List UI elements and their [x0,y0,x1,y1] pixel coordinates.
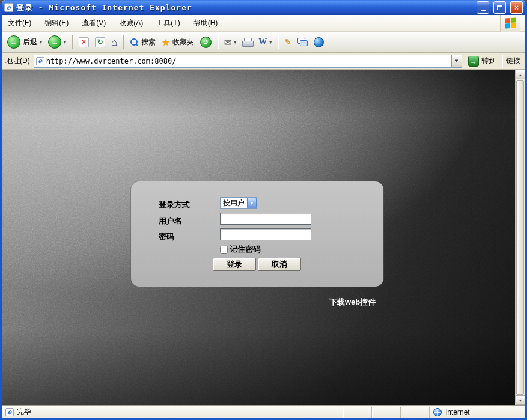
edit-button[interactable]: ✎ [282,37,294,47]
address-separator [502,55,502,68]
status-pane-main: e 完毕 [3,407,343,417]
address-dropdown-button[interactable]: ▼ [451,55,462,67]
title-bar: e 登录 - Microsoft Internet Explorer × [2,0,525,15]
menu-item-edit[interactable]: 编辑(E) [43,17,70,29]
address-bar: 地址(D) e http://www.dvrcenter.com:8080/ ▼… [2,53,525,70]
login-button[interactable]: 登录 [213,258,256,271]
toolbar-separator [218,35,218,49]
menu-item-favorites[interactable]: 收藏(A) [118,17,144,29]
discuss-icon [297,38,308,46]
history-icon: ↺ [200,37,212,48]
login-buttons-row: 登录 取消 [213,258,301,271]
password-label: 密码 [159,231,174,242]
menu-item-file[interactable]: 文件(F) [7,17,32,29]
scroll-up-button[interactable]: ▲ [516,70,525,79]
toolbar-separator [123,35,124,49]
combo-dropdown-icon[interactable]: ▼ [247,198,257,208]
maximize-icon [497,5,502,10]
windows-logo [500,15,520,32]
toolbar-separator [72,35,73,49]
zone-label: Internet [445,408,470,416]
forward-dropdown-icon[interactable]: ▾ [64,40,66,45]
address-label: 地址(D) [5,56,30,66]
back-label: 后退 [23,37,37,47]
menu-item-view[interactable]: 查看(V) [81,17,107,29]
messenger-button[interactable] [311,36,326,49]
stop-button[interactable]: × [76,36,91,49]
forward-icon: → [48,35,61,49]
status-bar: e 完毕 Internet [2,405,525,418]
back-button[interactable]: ← 后退 ▾ [5,34,44,50]
scrollbar-thumb[interactable] [516,80,524,395]
close-icon: × [514,4,519,12]
login-method-select[interactable]: 按用户 ▼ [220,197,257,209]
close-button[interactable]: × [510,1,523,14]
refresh-button[interactable]: ↻ [93,36,108,49]
status-pane-3 [400,407,429,418]
stop-icon: × [79,37,89,47]
back-dropdown-icon[interactable]: ▾ [40,40,42,45]
window-title: 登录 - Microsoft Internet Explorer [16,2,472,13]
search-label: 搜索 [141,37,156,47]
login-method-label: 登录方式 [159,199,190,210]
menu-item-help[interactable]: 帮助(H) [192,17,219,29]
url-text[interactable]: http://www.dvrcenter.com:8080/ [46,57,451,65]
globe-icon [433,408,442,416]
toolbar: ← 后退 ▾ → ▾ × ↻ ⌂ 搜索 ★ 收藏夹 ↺ [2,32,525,53]
status-pane-2 [371,407,400,418]
go-arrow-icon: → [468,56,479,67]
toolbar-separator [278,35,278,49]
print-button[interactable] [240,37,255,47]
print-icon [242,38,252,46]
vertical-scrollbar[interactable]: ▲ ▼ [515,70,525,405]
back-icon: ← [7,35,20,49]
go-label: 转到 [481,56,496,66]
status-text: 完毕 [17,407,31,417]
menu-item-tools[interactable]: 工具(T) [155,17,181,29]
minimize-icon [481,10,486,11]
status-page-icon: e [5,408,14,416]
maximize-button[interactable] [493,1,506,14]
remember-password-row: 记住密码 [220,244,261,255]
edit-with-word-button[interactable]: W ▾ [256,36,274,48]
download-web-control-link[interactable]: 下载web控件 [329,297,376,308]
scroll-down-button[interactable]: ▼ [516,395,525,405]
home-icon: ⌂ [111,37,117,47]
go-button[interactable]: → 转到 [466,55,498,67]
history-button[interactable]: ↺ [198,35,214,49]
url-page-icon: e [36,57,44,65]
password-field[interactable] [220,228,311,240]
username-label: 用户名 [159,216,182,227]
search-button[interactable]: 搜索 [127,36,158,49]
status-pane-1 [343,407,371,418]
windows-flag-icon [505,17,516,28]
forward-button[interactable]: → ▾ [46,34,69,50]
mail-button[interactable]: ✉ ▾ [222,37,239,48]
favorites-button[interactable]: ★ 收藏夹 [159,36,196,49]
login-method-value: 按用户 [221,198,247,208]
word-dropdown-icon[interactable]: ▾ [269,40,272,45]
ie-page-icon: e [4,3,13,12]
links-label[interactable]: 链接 [506,56,522,66]
mail-dropdown-icon[interactable]: ▾ [234,40,236,45]
word-icon: W [258,37,267,47]
browser-window: e 登录 - Microsoft Internet Explorer × 文件(… [0,0,527,420]
username-field[interactable] [220,213,311,225]
refresh-icon: ↻ [95,37,105,47]
search-icon [130,38,139,47]
cancel-button[interactable]: 取消 [258,258,301,271]
edit-pencil-icon: ✎ [284,38,291,46]
home-button[interactable]: ⌂ [109,36,120,49]
favorites-label: 收藏夹 [172,37,194,47]
discuss-button[interactable] [295,37,310,47]
remember-password-label: 记住密码 [230,244,261,255]
remember-password-checkbox[interactable] [220,246,228,254]
login-panel: 登录方式 按用户 ▼ 用户名 密码 记住密码 登录 取消 [131,181,383,287]
messenger-icon [314,37,324,47]
mail-icon: ✉ [224,38,232,47]
favorites-star-icon: ★ [162,38,169,47]
menu-bar: 文件(F) 编辑(E) 查看(V) 收藏(A) 工具(T) 帮助(H) [2,15,525,32]
page-viewport: 登录方式 按用户 ▼ 用户名 密码 记住密码 登录 取消 下载web控件 ▲ [2,70,525,405]
minimize-button[interactable] [477,1,489,14]
address-input[interactable]: e http://www.dvrcenter.com:8080/ ▼ [34,55,462,68]
